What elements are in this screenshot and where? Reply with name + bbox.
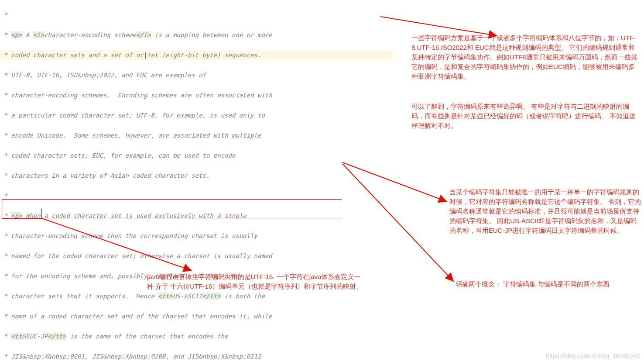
highlight-box [2, 209, 42, 219]
code-line: * character-encoding scheme then the cor… [0, 231, 393, 241]
html-tag-p: <p> [11, 31, 22, 38]
annotation-3: 当某个编码字符集只能被唯一的用于某一种单一的字符编码规则的时候，它对应的字符编码… [449, 187, 641, 235]
html-tag-i: <i> [33, 31, 44, 38]
code-line: * coded character sets; EUC, for example… [0, 151, 393, 161]
code-line: * a particular coded character set; UTF-… [0, 110, 393, 121]
javadoc-comment: * * <p> A <i>character-encoding scheme</… [0, 0, 393, 362]
code-line: * <tt>EUC-JP</tt> is the name of the cha… [0, 331, 393, 341]
code-line: * <p> A <i>character-encoding scheme</i>… [0, 30, 393, 40]
code-line: * named for the coded character set; oth… [0, 251, 393, 261]
text-cursor: | [144, 52, 147, 59]
annotation-2: 可以了解到，字符编码原来有些诡异啊。 有些是对字符与二进制的映射的编码，而有些则… [411, 102, 641, 131]
html-tag-tt: <tt> [158, 293, 173, 300]
code-line: * UTF-8, UTF-16, ISO&nbsp;2022, and EUC … [0, 70, 393, 80]
watermark: https://blog.csdn.net/qq_36285943 [546, 352, 640, 359]
highlight-box [2, 199, 342, 219]
code-line: * character-encoding schemes. Encoding s… [0, 90, 393, 100]
html-tag-tt: <tt> [11, 333, 26, 340]
code-line: * character sets that it supports. Hence… [0, 291, 393, 301]
annotation-5: java编程语言原生字符编码采用的是UTF-16. 一个字符在java体系会定义… [147, 272, 365, 291]
code-line: * characters in a variety of Asian coded… [0, 171, 393, 181]
code-line: * JIS&nbsp;X&nbsp;0201, JIS&nbsp;X&nbsp;… [0, 352, 393, 362]
code-line: * [0, 10, 393, 20]
html-tag-i-close: </i> [136, 31, 151, 38]
html-tag-tt-close: </tt> [202, 293, 221, 300]
code-line: * name of a coded character set and of t… [0, 311, 393, 321]
code-line-active[interactable]: * coded character sets and a set of oc|t… [0, 50, 393, 60]
annotation-4: 明确两个概念： 字符编码集 与编码是不同的两个东西 [456, 279, 639, 289]
html-tag-tt-close: </tt> [48, 333, 66, 340]
annotation-1: 一些字符编码方案是基于一个或者多个字符编码体系和八位字节的，如：UTF-8,UT… [411, 33, 641, 81]
code-line: * encode Unicode. Some schemes, however,… [0, 131, 393, 141]
